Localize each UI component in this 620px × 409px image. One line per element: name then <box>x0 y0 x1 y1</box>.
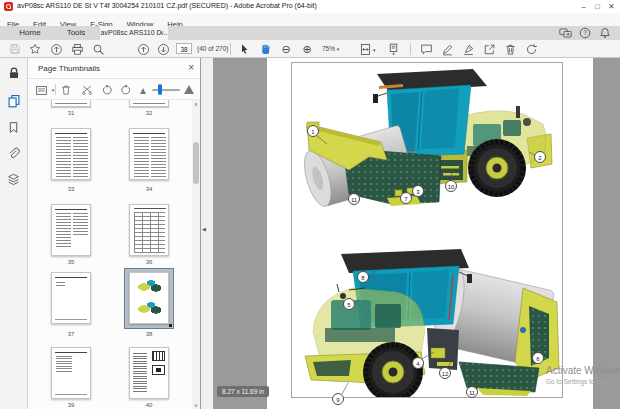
panel-resizer[interactable] <box>201 58 213 409</box>
callout-4: 4 <box>412 357 424 369</box>
star-icon[interactable] <box>28 42 42 56</box>
minimize-button[interactable]: – <box>577 1 590 12</box>
close-button[interactable]: ✕ <box>605 1 618 12</box>
page-thumbnail-35[interactable] <box>51 204 91 256</box>
scroll-up-icon[interactable]: ∧ <box>192 101 200 107</box>
fit-page-icon[interactable] <box>358 42 372 56</box>
callout-11: 11 <box>466 386 478 398</box>
page-thumbnail-33[interactable] <box>51 128 91 180</box>
panel-scrollbar-thumb[interactable] <box>193 142 199 184</box>
save-icon[interactable] <box>8 42 22 56</box>
thumbnail-label[interactable]: 40 <box>129 402 169 408</box>
thumbnail-label[interactable]: 35 <box>51 259 91 265</box>
thumbnail-machine-figure <box>136 301 163 314</box>
select-tool-icon[interactable] <box>238 42 252 56</box>
thumbnail-label[interactable]: 37 <box>51 331 91 337</box>
page-thumbnail-32[interactable] <box>129 100 169 107</box>
thumbnail-label[interactable]: 32 <box>129 110 169 116</box>
chevron-down-icon[interactable]: ▾ <box>373 47 376 53</box>
delete-pages-icon[interactable] <box>59 83 73 97</box>
panel-collapse-icon[interactable]: ◀ <box>202 226 206 232</box>
tab-close-icon[interactable]: × <box>159 26 164 40</box>
zoom-level-dropdown[interactable]: 75% ▾ <box>322 45 339 52</box>
tab-bar: Home Tools avP08sc ARS110 D... × ? <box>0 26 620 40</box>
share-screen-icon[interactable] <box>559 27 572 39</box>
panel-close-icon[interactable]: × <box>188 62 194 73</box>
previous-page-icon[interactable] <box>136 42 150 56</box>
callout-9: 9 <box>332 393 344 405</box>
thumbnail-label[interactable]: 34 <box>129 186 169 192</box>
tab-document-label: avP08sc ARS110 D... <box>101 29 168 36</box>
search-icon[interactable] <box>91 42 105 56</box>
page-thumbnail-36[interactable] <box>129 204 169 256</box>
page-number-input[interactable]: 38 <box>176 43 192 54</box>
cut-pages-icon[interactable] <box>80 83 94 97</box>
next-page-icon[interactable] <box>156 42 170 56</box>
tab-tools[interactable]: Tools <box>56 26 96 40</box>
window-title: avP08sc ARS110 DE St V T4f 3004254 21010… <box>17 2 317 9</box>
toolbar-separator <box>410 43 411 55</box>
zoom-in-icon[interactable]: ⊕ <box>300 42 314 56</box>
page-size-tooltip: 8.27 x 11.69 in <box>217 386 269 397</box>
help-icon[interactable]: ? <box>579 27 592 39</box>
layers-icon[interactable] <box>7 173 21 187</box>
page-thumbnail-40[interactable] <box>129 347 169 399</box>
tab-document[interactable]: avP08sc ARS110 D... × <box>100 26 168 40</box>
print-icon[interactable] <box>70 42 84 56</box>
scroll-down-icon[interactable]: ∨ <box>192 402 200 408</box>
callout-6: 6 <box>532 352 544 364</box>
share-send-icon[interactable] <box>482 42 496 56</box>
thumbnail-label[interactable]: 36 <box>129 259 169 265</box>
menu-bar: FileEditViewE-SignWindowHelp <box>0 13 620 26</box>
callout-3: 3 <box>412 185 424 197</box>
activate-windows-watermark: Activate Windows <box>546 365 620 376</box>
page-thumbnail-39[interactable] <box>51 347 91 399</box>
comment-icon[interactable] <box>419 42 433 56</box>
bookmarks-icon[interactable] <box>7 121 21 135</box>
thumbnail-size-slider[interactable] <box>152 89 180 91</box>
page-count-label: (40 of 270) <box>197 45 228 52</box>
tab-home[interactable]: Home <box>10 26 50 40</box>
attachments-paperclip-icon[interactable] <box>7 147 21 161</box>
main-toolbar: 38 (40 of 270) ⊖ ⊕ 75% ▾ ▾ <box>0 40 620 58</box>
thumbnail-label[interactable]: 38 <box>129 331 169 337</box>
thumbnail-parts-box <box>152 365 165 375</box>
callout-12: 12 <box>439 367 451 379</box>
security-lock-icon[interactable] <box>7 66 21 80</box>
thumbnail-machine-figure <box>136 279 163 292</box>
acrobat-window: avP08sc ARS110 DE St V T4f 3004254 21010… <box>0 0 620 409</box>
upload-cloud-icon[interactable] <box>49 42 63 56</box>
callout-11: 11 <box>348 193 360 205</box>
rotate-ccw-icon[interactable] <box>100 83 114 97</box>
panel-separator <box>55 84 56 95</box>
sign-pen-icon[interactable] <box>461 42 475 56</box>
page-thumbnail-34[interactable] <box>129 128 169 180</box>
page-thumbnails-icon[interactable] <box>7 94 21 108</box>
thumbnail-label[interactable]: 39 <box>51 402 91 408</box>
figure-callouts: 12117310854126119 <box>291 62 562 402</box>
zoom-out-icon[interactable]: ⊖ <box>279 42 293 56</box>
page-display-icon[interactable] <box>386 42 400 56</box>
highlight-pencil-icon[interactable] <box>440 42 454 56</box>
thumbnail-size-small-icon <box>140 88 146 94</box>
maximize-button[interactable]: □ <box>591 1 604 12</box>
panel-toolbar: ▾ <box>28 79 200 100</box>
trash-icon[interactable] <box>503 42 517 56</box>
chevron-down-icon[interactable]: ▾ <box>46 83 60 97</box>
thumbnail-label[interactable]: 31 <box>51 110 91 116</box>
rotate-cw-icon[interactable] <box>119 83 133 97</box>
selection-handle[interactable] <box>169 324 172 327</box>
acrobat-icon <box>4 2 13 11</box>
hand-tool-icon[interactable] <box>258 42 272 56</box>
thumbnail-label[interactable]: 33 <box>51 186 91 192</box>
refresh-icon[interactable] <box>524 42 538 56</box>
thumbnail-size-slider-thumb[interactable] <box>158 84 162 95</box>
callout-2: 2 <box>534 151 546 163</box>
page-thumbnail-31[interactable] <box>51 100 91 107</box>
activate-windows-subtext: Go to Settings to activ <box>546 378 610 385</box>
bell-icon[interactable] <box>599 27 612 39</box>
page-thumbnail-37[interactable] <box>51 272 91 324</box>
panel-scrollbar[interactable]: ∧ ∨ <box>192 100 200 409</box>
callout-5: 5 <box>343 298 355 310</box>
page-thumbnail-38[interactable] <box>129 272 169 324</box>
